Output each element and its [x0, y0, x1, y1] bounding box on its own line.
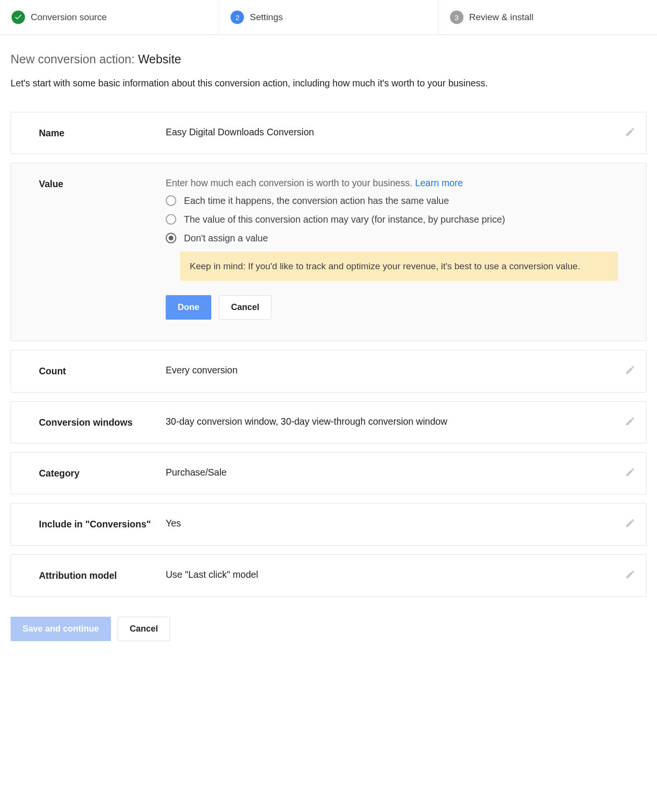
card-label: Conversion windows	[39, 416, 166, 429]
pencil-icon[interactable]	[625, 127, 635, 137]
radio-label: Don't assign a value	[184, 233, 268, 244]
step-conversion-source[interactable]: Conversion source	[0, 0, 219, 35]
cancel-button[interactable]: Cancel	[118, 617, 170, 641]
learn-more-link[interactable]: Learn more	[415, 178, 463, 188]
step-number-icon: 2	[231, 11, 244, 24]
page-title: New conversion action: Website	[11, 52, 646, 66]
save-and-continue-button[interactable]: Save and continue	[11, 617, 111, 641]
card-label: Attribution model	[39, 569, 166, 582]
cancel-button[interactable]: Cancel	[219, 295, 271, 320]
warning-box: Keep in mind: If you'd like to track and…	[180, 251, 618, 281]
step-number-icon: 3	[450, 11, 463, 24]
radio-no-value[interactable]: Don't assign a value	[166, 233, 618, 244]
radio-icon	[166, 195, 176, 206]
card-value: Value Enter how much each conversion is …	[11, 163, 646, 341]
card-label: Name	[39, 127, 166, 139]
step-label: Review & install	[469, 12, 534, 23]
step-review-install[interactable]: 3 Review & install	[438, 0, 657, 35]
card-name: Name Easy Digital Downloads Conversion	[11, 112, 646, 154]
pencil-icon[interactable]	[625, 416, 635, 427]
card-value: Yes	[166, 518, 634, 529]
card-value: Use "Last click" model	[166, 569, 634, 580]
card-count: Count Every conversion	[11, 350, 646, 392]
title-prefix: New conversion action:	[11, 52, 138, 66]
card-attribution-model: Attribution model Use "Last click" model	[11, 554, 646, 597]
card-value: Easy Digital Downloads Conversion	[166, 127, 634, 138]
card-category: Category Purchase/Sale	[11, 452, 646, 494]
step-label: Settings	[250, 12, 283, 23]
pencil-icon[interactable]	[625, 518, 635, 528]
card-value: 30-day conversion window, 30-day view-th…	[166, 416, 634, 427]
card-label: Count	[39, 365, 166, 377]
pencil-icon[interactable]	[625, 365, 635, 375]
main-container: New conversion action: Website Let's sta…	[0, 35, 657, 655]
radio-label: Each time it happens, the conversion act…	[184, 195, 449, 206]
step-settings[interactable]: 2 Settings	[219, 0, 438, 35]
done-button[interactable]: Done	[166, 295, 211, 320]
stepper: Conversion source 2 Settings 3 Review & …	[0, 0, 657, 35]
radio-label: The value of this conversion action may …	[184, 214, 505, 225]
value-help-text: Enter how much each conversion is worth …	[166, 178, 463, 188]
check-icon	[12, 11, 25, 24]
page-subtitle: Let's start with some basic information …	[11, 78, 646, 89]
pencil-icon[interactable]	[625, 467, 635, 478]
card-value: Every conversion	[166, 365, 634, 376]
card-label: Category	[39, 467, 166, 479]
radio-same-value[interactable]: Each time it happens, the conversion act…	[166, 195, 618, 206]
radio-icon	[166, 214, 176, 225]
step-label: Conversion source	[31, 12, 107, 23]
card-value: Purchase/Sale	[166, 467, 634, 478]
card-label: Value	[39, 178, 166, 190]
radio-varying-value[interactable]: The value of this conversion action may …	[166, 214, 618, 225]
card-label: Include in "Conversions"	[39, 518, 166, 530]
radio-icon	[166, 233, 176, 243]
pencil-icon[interactable]	[625, 569, 635, 580]
card-conversion-windows: Conversion windows 30-day conversion win…	[11, 401, 646, 443]
title-strong: Website	[138, 52, 181, 66]
card-include-conversions: Include in "Conversions" Yes	[11, 503, 646, 545]
